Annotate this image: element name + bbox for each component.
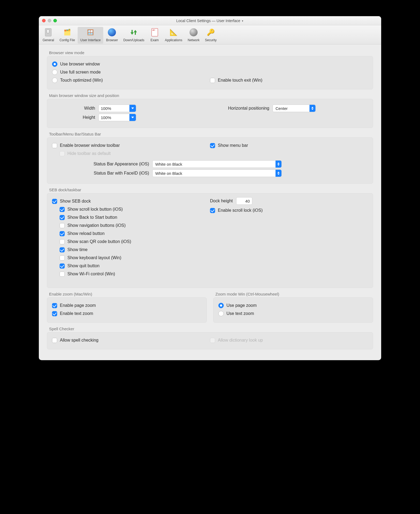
tab-label: Config File [60, 38, 75, 42]
group-bars: Enable browser window toolbar Hide toolb… [47, 137, 373, 184]
combo-height[interactable]: 100% [98, 114, 136, 121]
checkbox-enable-touch-exit[interactable] [210, 78, 215, 83]
window-title[interactable]: Local Client Settings — User Interface ▼ [39, 19, 381, 23]
checkbox-show-seb-dock[interactable] [52, 199, 57, 204]
tab-applications[interactable]: 📐 Applications [162, 27, 185, 44]
checkbox-show-time[interactable] [60, 247, 65, 252]
updown-icon [309, 105, 315, 112]
tab-label: Browser [106, 38, 118, 42]
tab-label: General [43, 38, 54, 42]
tab-browser[interactable]: Browser [103, 27, 121, 44]
zoom-icon[interactable] [53, 19, 57, 22]
radio-label: Use browser window [60, 62, 100, 67]
main-toolbar: General 🗂️ Config File 🪟 User Interface … [39, 25, 381, 44]
group-dock: Show SEB dock Show scroll lock button (i… [47, 193, 373, 288]
tab-label: Network [188, 38, 199, 42]
checkbox-show-qr[interactable] [60, 239, 65, 244]
radio-use-full-screen[interactable] [52, 70, 57, 75]
network-icon [189, 27, 198, 37]
tab-down-uploads[interactable]: Down/Uploads [121, 27, 147, 44]
checkbox-label: Show navigation buttons (iOS) [67, 223, 126, 228]
select-value: Center [276, 106, 288, 111]
group-spell: Allow spell checking Allow dictionary lo… [47, 332, 373, 349]
tab-config-file[interactable]: 🗂️ Config File [57, 27, 78, 44]
checkbox-enable-toolbar[interactable] [52, 143, 57, 148]
label-hpos: Horizontal positioning [210, 106, 269, 111]
settings-window: Local Client Settings — User Interface ▼… [39, 16, 381, 360]
checkbox-text-zoom[interactable] [52, 311, 57, 316]
tab-label: Down/Uploads [123, 38, 144, 42]
checkbox-show-wifi[interactable] [60, 272, 65, 277]
tab-exam[interactable]: Exam [147, 27, 162, 44]
tab-label: Applications [165, 38, 183, 42]
group-size: Width 100% Height 100% [47, 99, 373, 128]
checkbox-page-zoom[interactable] [52, 303, 57, 308]
minimize-icon[interactable] [48, 19, 51, 22]
checkbox-label: Allow spell checking [60, 338, 98, 343]
select-status-ios[interactable]: White on Black [152, 160, 282, 168]
radio-label: Touch optimized (Win) [60, 78, 103, 83]
radio-label: Use full screen mode [60, 70, 101, 75]
checkbox-label: Show keyboard layout (Win) [67, 255, 121, 260]
browser-icon [107, 27, 117, 37]
checkbox-label: Show scan QR code button (iOS) [67, 239, 131, 244]
label-width: Width [52, 106, 95, 111]
checkbox-label: Enable touch exit (Win) [218, 78, 262, 83]
checkbox-label: Allow dictionary look up [218, 338, 263, 343]
down-uploads-icon [129, 27, 139, 37]
input-dock-height[interactable]: 40 [236, 197, 252, 205]
group-title-zoom-mode: Zoom mode Win (Ctrl-Mousewheel) [215, 292, 371, 296]
chevron-down-icon [129, 105, 136, 112]
checkbox-label: Enable scroll lock (iOS) [218, 208, 263, 213]
group-view-mode: Use browser window Use full screen mode … [47, 56, 373, 89]
applications-icon: 📐 [169, 27, 178, 37]
window-controls [42, 19, 57, 22]
label-status-faceid: Status Bar with FaceID (iOS) [52, 171, 149, 176]
checkbox-show-reload[interactable] [60, 231, 65, 236]
radio-use-text-zoom[interactable] [218, 311, 224, 316]
checkbox-label: Show scroll lock button (iOS) [67, 207, 123, 212]
select-value: White on Black [155, 162, 182, 166]
radio-use-browser-window[interactable] [52, 61, 57, 67]
radio-touch-optimized[interactable] [52, 78, 57, 83]
tab-security[interactable]: 🔑 Security [202, 27, 219, 44]
select-status-faceid[interactable]: White on Black [152, 169, 282, 177]
tab-label: Exam [150, 38, 159, 42]
radio-label: Use text zoom [226, 311, 254, 316]
security-icon: 🔑 [206, 27, 216, 37]
group-title-size: Main browser window size and position [49, 93, 371, 98]
updown-icon [276, 161, 281, 168]
group-title-bars: Toolbar/Menu Bar/Status Bar [49, 132, 371, 136]
checkbox-show-menu-bar[interactable] [210, 143, 215, 148]
checkbox-allow-spell[interactable] [52, 338, 57, 343]
tab-network[interactable]: Network [185, 27, 202, 44]
checkbox-show-quit[interactable] [60, 263, 65, 269]
checkbox-label: Show Wi-Fi control (Win) [67, 272, 115, 276]
checkbox-allow-dictionary [210, 338, 215, 343]
select-value: White on Black [155, 171, 182, 176]
select-hpos[interactable]: Center [273, 105, 316, 112]
window-title-prefix: Local Client Settings — [176, 19, 216, 23]
checkbox-label: Show time [67, 247, 88, 252]
input-value: 40 [245, 199, 250, 203]
checkbox-label: Enable text zoom [60, 311, 93, 316]
checkbox-label: Enable page zoom [60, 303, 96, 308]
radio-use-page-zoom[interactable] [218, 303, 224, 308]
config-file-icon: 🗂️ [62, 27, 72, 37]
checkbox-enable-scroll-lock[interactable] [210, 208, 215, 213]
titlebar: Local Client Settings — User Interface ▼ [39, 16, 381, 25]
checkbox-show-keyboard-layout[interactable] [60, 255, 65, 261]
checkbox-label: Show SEB dock [60, 199, 91, 204]
tab-user-interface[interactable]: 🪟 User Interface [78, 27, 103, 44]
chevron-down-icon [129, 114, 136, 121]
checkbox-show-nav-buttons[interactable] [60, 223, 65, 228]
checkbox-show-back-to-start[interactable] [60, 215, 65, 220]
checkbox-hide-toolbar [60, 151, 65, 156]
checkbox-label: Show Back to Start button [67, 215, 117, 220]
group-title-dock: SEB dock/taskbar [49, 187, 371, 192]
checkbox-show-scroll-lock[interactable] [60, 207, 65, 212]
tab-general[interactable]: General [40, 27, 57, 44]
close-icon[interactable] [42, 19, 46, 22]
checkbox-label: Hide toolbar as default [67, 151, 111, 156]
combo-width[interactable]: 100% [98, 105, 136, 112]
